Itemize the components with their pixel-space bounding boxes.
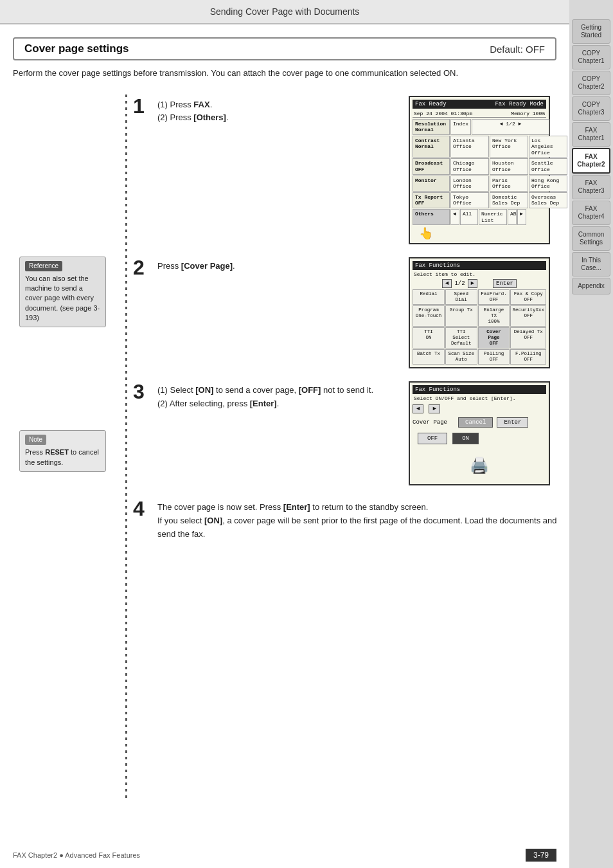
- page-header: Sending Cover Page with Documents: [0, 0, 569, 24]
- cs-on-btn[interactable]: ON: [452, 433, 479, 444]
- fax-london: LondonOffice: [450, 176, 489, 192]
- fax-houston: HoustonOffice: [490, 158, 528, 174]
- ff-enter-btn[interactable]: Enter: [493, 279, 517, 288]
- ff-fax-copy[interactable]: Fax & CopyOFF: [510, 289, 546, 305]
- cs-enter-btn[interactable]: Enter: [497, 417, 528, 428]
- ff-subheader: Select item to edit.: [413, 271, 546, 278]
- ff-delayed-tx[interactable]: Delayed TxOFF: [510, 327, 546, 348]
- fax-functions-screen: Fax Functions Select item to edit. ◄ 1/2…: [409, 257, 550, 368]
- sidebar-tab-copy3[interactable]: COPYChapter3: [572, 96, 610, 121]
- step-3-image: Fax Functions Select ON/OFF and select […: [409, 381, 563, 485]
- ff-enlarge-tx[interactable]: Enlarge TX100%: [478, 305, 510, 327]
- step-3-text: (1) Select [ON] to send a cover page, [O…: [157, 381, 404, 411]
- ff-tti-select[interactable]: TTI SelectDefault: [445, 327, 477, 348]
- ff-grid: Redial Speed Dial FaxFrwrd.OFF Fax & Cop…: [413, 289, 546, 365]
- cs-subheader: Select ON/OFF and select [Enter].: [413, 395, 546, 402]
- ff-cover-page[interactable]: Cover PageOFF: [478, 327, 510, 348]
- reference-label: Reference: [25, 261, 62, 271]
- sidebar-tab-fax3[interactable]: FAXChapter3: [572, 175, 610, 199]
- cs-nav-row: ◄ ►: [413, 404, 546, 413]
- cs-onoff-row: OFF ON: [418, 433, 546, 444]
- fax-ready-screen: Fax Ready Fax Ready Mode Sep 24 2004 01:…: [409, 96, 550, 245]
- fax-numeric-list: NumericList: [479, 209, 507, 225]
- ff-batch-tx[interactable]: Batch Tx: [413, 349, 445, 365]
- fax-losangeles: Los AngelesOffice: [529, 136, 567, 158]
- fax-row-2: ContrastNormal AtlantaOffice New YorkOff…: [413, 136, 546, 158]
- sidebar-tab-in-this-case[interactable]: In ThisCase...: [572, 252, 610, 276]
- ff-program[interactable]: ProgramOne-Touch: [413, 305, 445, 327]
- fax-newyork: New YorkOffice: [490, 136, 528, 158]
- footer-page-number: 3-79: [526, 849, 556, 862]
- step-1-image: Fax Ready Fax Ready Mode Sep 24 2004 01:…: [409, 96, 563, 245]
- sidebar-tab-fax2[interactable]: FAXChapter2: [572, 148, 610, 174]
- section-title: Cover page settings: [24, 42, 129, 55]
- ff-page: 1/2: [454, 280, 465, 287]
- sidebar-tab-fax4[interactable]: FAXChapter4: [572, 201, 610, 225]
- fax-row-1: ResolutionNormal Index ◄ 1/2 ►: [413, 119, 546, 135]
- sidebar-tab-copy2[interactable]: COPYChapter2: [572, 71, 610, 95]
- fax-overseas: OverseasSales Dep: [529, 192, 567, 208]
- ff-redial[interactable]: Redial: [413, 289, 445, 305]
- ff-security[interactable]: SecurityXxxOFF: [510, 305, 546, 327]
- fax-hongkong: Hong KongOffice: [529, 176, 567, 192]
- fax-row-4: Monitor LondonOffice ParisOffice Hong Ko…: [413, 176, 546, 192]
- cs-off-btn[interactable]: OFF: [418, 433, 447, 444]
- cs-cover-page-row: Cover Page Cancel Enter: [413, 417, 546, 428]
- dots-line: [125, 93, 128, 800]
- cs-cover-page-label: Cover Page: [413, 419, 454, 426]
- fax-ab: AB: [508, 209, 517, 225]
- ff-f-polling[interactable]: F.PollingOFF: [510, 349, 546, 365]
- note-text: Press RESET to cancel the settings.: [25, 448, 100, 467]
- fax-screen-subheader: Sep 24 2004 01:30pm Memory 100%: [413, 110, 546, 118]
- fax-row-5: Tx ReportOFF TokyoOffice DomesticSales D…: [413, 192, 546, 208]
- page-title: Sending Cover Page with Documents: [210, 6, 360, 17]
- fax-txreport: Tx ReportOFF: [413, 192, 450, 208]
- ff-speed-dial[interactable]: Speed Dial: [445, 289, 477, 305]
- ff-polling[interactable]: PollingOFF: [478, 349, 510, 365]
- ff-scan-size[interactable]: Scan SizeAuto: [445, 349, 477, 365]
- step-2-number: 2: [133, 257, 152, 278]
- step-1-text: (1) Press FAX. (2) Press [Others].: [157, 96, 404, 125]
- step-4-text: The cover page is now set. Press [Enter]…: [157, 498, 563, 541]
- sidebar-tab-copy1[interactable]: COPYChapter1: [572, 45, 610, 69]
- dots-column: [119, 89, 133, 800]
- intro-text: Perform the cover page settings before t…: [13, 67, 556, 80]
- fax-others[interactable]: Others: [413, 209, 450, 225]
- cs-nav-prev[interactable]: ◄: [413, 404, 423, 413]
- ff-prev-btn[interactable]: ◄: [442, 279, 452, 288]
- ff-next-btn[interactable]: ►: [468, 279, 477, 288]
- step-4: 4 The cover page is now set. Press [Ente…: [133, 498, 563, 541]
- sidebar-tab-common[interactable]: CommonSettings: [572, 226, 610, 251]
- ff-tti[interactable]: TTION: [413, 327, 445, 348]
- step-2-image: Fax Functions Select item to edit. ◄ 1/2…: [409, 257, 563, 368]
- cover-page-screen: Fax Functions Select ON/OFF and select […: [409, 381, 550, 485]
- step-4-number: 4: [133, 498, 152, 519]
- fax-row-3: BroadcastOFF ChicagoOffice HoustonOffice…: [413, 158, 546, 174]
- step-3-number: 3: [133, 381, 152, 402]
- fax-chicago: ChicagoOffice: [450, 158, 489, 174]
- fax-memory: Memory 100%: [511, 111, 545, 116]
- fax-contrast: ContrastNormal: [413, 136, 450, 158]
- section-title-bar: Cover page settings Default: OFF: [13, 37, 556, 60]
- sidebar-tab-getting-started[interactable]: GettingStarted: [572, 19, 610, 44]
- steps-content: 1 (1) Press FAX. (2) Press [Others]. Fax…: [133, 89, 563, 800]
- ff-group-tx[interactable]: Group Tx: [445, 305, 477, 327]
- sidebar-tab-fax1[interactable]: FAXChapter1: [572, 122, 610, 147]
- ff-header: Fax Functions: [413, 261, 546, 270]
- cs-fax-graphic: 🖨️: [413, 449, 546, 482]
- fax-screen-header: Fax Ready Fax Ready Mode: [413, 100, 546, 109]
- reference-box: Reference You can also set the machine t…: [19, 257, 106, 328]
- fax-index: Index: [450, 119, 471, 135]
- fax-prev: ◄: [450, 209, 459, 225]
- reference-text: You can also set the machine to send a c…: [25, 274, 100, 323]
- step-3: 3 (1) Select [ON] to send a cover page, …: [133, 381, 563, 485]
- ff-faxfrwrd[interactable]: FaxFrwrd.OFF: [478, 289, 510, 305]
- fax-ready-mode: Fax Ready Mode: [495, 101, 544, 107]
- cs-nav-next[interactable]: ►: [429, 404, 440, 413]
- step-2-text: Press [Cover Page].: [157, 257, 404, 273]
- footer-left-text: FAX Chapter2 ● Advanced Fax Features: [13, 851, 140, 859]
- left-notes-column: Reference You can also set the machine t…: [6, 89, 119, 800]
- step-2: 2 Press [Cover Page]. Fax Functions Sele…: [133, 257, 563, 368]
- sidebar-tab-appendix[interactable]: Appendix: [572, 278, 610, 294]
- cs-cancel-btn[interactable]: Cancel: [458, 417, 493, 428]
